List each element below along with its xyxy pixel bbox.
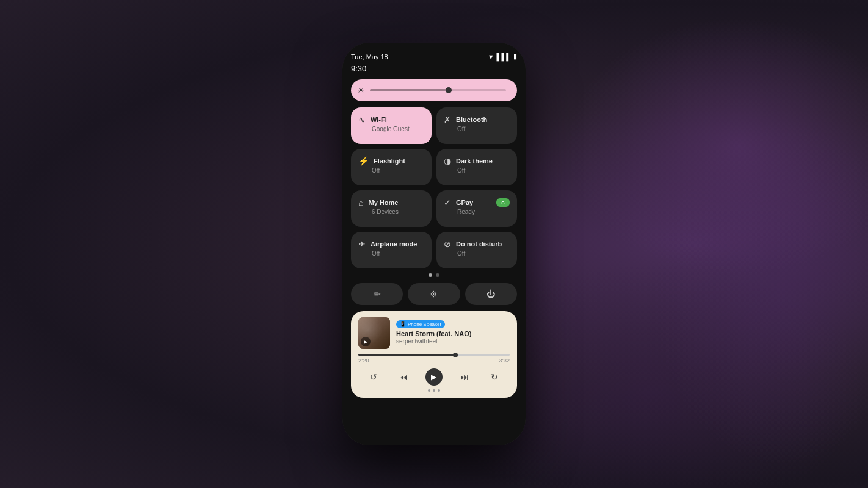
phone-frame: Tue, May 18 ▼ ▌▌▌ ▮ 9:30 ☀ ∿ Wi — [342, 43, 526, 445]
music-info: 📱 Phone Speaker Heart Storm (feat. NAO) … — [396, 317, 510, 345]
music-top: ▶ 📱 Phone Speaker Heart Storm (feat. NAO… — [358, 317, 510, 349]
brightness-thumb — [446, 87, 452, 93]
music-title: Heart Storm (feat. NAO) — [396, 330, 510, 338]
edit-icon: ✏ — [374, 289, 381, 299]
tile-dnd-subtitle: Off — [444, 250, 510, 257]
bluetooth-tile-icon: ✗ — [444, 115, 451, 124]
tile-flashlight-header: ⚡ Flashlight — [358, 156, 424, 166]
time-total: 3:32 — [499, 357, 510, 364]
music-controls: ↺ ⏮ ▶ ⏭ ↻ — [358, 368, 510, 386]
music-dot-1 — [428, 389, 430, 392]
brightness-slider[interactable]: ☀ — [351, 79, 517, 101]
progress-thumb — [453, 353, 458, 357]
brightness-track — [370, 89, 506, 92]
tile-bluetooth-subtitle: Off — [444, 126, 510, 132]
tile-dnd[interactable]: ⊘ Do not disturb Off — [436, 232, 517, 268]
tile-wifi-header: ∿ Wi-Fi — [358, 115, 424, 124]
gpay-left: ✓ GPay — [444, 198, 473, 207]
battery-icon: ▮ — [513, 52, 517, 60]
tile-dark-theme-header: ◑ Dark theme — [444, 156, 510, 166]
tile-bluetooth[interactable]: ✗ Bluetooth Off — [436, 107, 517, 144]
album-art: ▶ — [358, 317, 390, 349]
tile-gpay-title: GPay — [456, 199, 473, 206]
status-icons: ▼ ▌▌▌ ▮ — [488, 52, 517, 60]
tile-gpay-subtitle: Ready — [444, 209, 510, 215]
power-icon: ⏻ — [486, 289, 495, 299]
time-row: 2:20 3:32 — [358, 357, 510, 364]
tile-gpay[interactable]: ✓ GPay G Ready — [436, 190, 517, 227]
settings-icon: ⚙ — [430, 289, 438, 299]
music-dots — [358, 389, 510, 392]
power-button[interactable]: ⏻ — [465, 283, 517, 305]
tile-gpay-header: ✓ GPay G — [444, 198, 510, 207]
dark-theme-tile-icon: ◑ — [444, 156, 451, 166]
tile-my-home-subtitle: 6 Devices — [358, 209, 424, 215]
gpay-ready-badge: G — [496, 198, 510, 207]
tile-dnd-header: ⊘ Do not disturb — [444, 239, 510, 249]
tile-dark-theme-title: Dark theme — [456, 157, 493, 165]
tile-flashlight-subtitle: Off — [358, 167, 424, 174]
status-bar: Tue, May 18 ▼ ▌▌▌ ▮ — [351, 52, 517, 60]
previous-button[interactable]: ⏮ — [395, 368, 412, 386]
status-time: 9:30 — [351, 64, 366, 73]
tile-my-home-title: My Home — [368, 199, 398, 206]
brightness-fill — [370, 89, 452, 92]
tile-bluetooth-title: Bluetooth — [456, 116, 487, 123]
tile-airplane-header: ✈ Airplane mode — [358, 239, 424, 249]
play-overlay-icon: ▶ — [361, 337, 371, 346]
tile-my-home-header: ⌂ My Home — [358, 198, 424, 207]
tile-airplane-title: Airplane mode — [371, 240, 417, 248]
home-tile-icon: ⌂ — [358, 198, 363, 207]
airplane-tile-icon: ✈ — [358, 239, 366, 249]
music-player: ▶ 📱 Phone Speaker Heart Storm (feat. NAO… — [351, 311, 517, 398]
time-row: 9:30 — [351, 64, 517, 73]
tile-dark-theme-subtitle: Off — [444, 167, 510, 174]
tile-airplane-subtitle: Off — [358, 250, 424, 257]
tile-flashlight[interactable]: ⚡ Flashlight Off — [351, 149, 432, 185]
tile-wifi[interactable]: ∿ Wi-Fi Google Guest — [351, 107, 432, 144]
edit-button[interactable]: ✏ — [351, 283, 403, 305]
signal-icon: ▌▌▌ — [497, 53, 511, 60]
tile-bluetooth-header: ✗ Bluetooth — [444, 115, 510, 124]
progress-fill — [358, 354, 457, 356]
gpay-tile-icon: ✓ — [444, 198, 451, 207]
phone-screen: Tue, May 18 ▼ ▌▌▌ ▮ 9:30 ☀ ∿ Wi — [342, 43, 526, 445]
settings-button[interactable]: ⚙ — [408, 283, 460, 305]
next-button[interactable]: ⏭ — [456, 368, 473, 386]
speaker-icon: 📱 — [400, 321, 406, 327]
wifi-status-icon: ▼ — [488, 53, 494, 60]
forward-button[interactable]: ↻ — [486, 368, 503, 386]
time-current: 2:20 — [358, 357, 369, 364]
music-dot-3 — [438, 389, 440, 392]
brightness-icon: ☀ — [357, 85, 365, 95]
status-date: Tue, May 18 — [351, 53, 388, 60]
page-dot-1[interactable] — [429, 273, 432, 277]
progress-bar[interactable] — [358, 354, 510, 356]
music-artist: serpentwithfeet — [396, 338, 510, 345]
dnd-tile-icon: ⊘ — [444, 239, 451, 249]
speaker-label: Phone Speaker — [408, 321, 441, 327]
flashlight-tile-icon: ⚡ — [358, 156, 369, 166]
tile-wifi-title: Wi-Fi — [371, 116, 387, 123]
tile-flashlight-title: Flashlight — [374, 157, 405, 165]
play-pause-button[interactable]: ▶ — [425, 368, 443, 386]
tile-my-home[interactable]: ⌂ My Home 6 Devices — [351, 190, 432, 227]
replay-button[interactable]: ↺ — [365, 368, 382, 386]
tile-wifi-subtitle: Google Guest — [358, 126, 424, 132]
page-dot-2[interactable] — [436, 273, 439, 277]
tile-airplane[interactable]: ✈ Airplane mode Off — [351, 232, 432, 268]
page-dots — [351, 273, 517, 277]
action-buttons: ✏ ⚙ ⏻ — [351, 283, 517, 305]
music-dot-2 — [433, 389, 435, 392]
phone-speaker-badge: 📱 Phone Speaker — [396, 320, 445, 328]
tile-dark-theme[interactable]: ◑ Dark theme Off — [436, 149, 517, 185]
quick-tiles-grid: ∿ Wi-Fi Google Guest ✗ Bluetooth Off ⚡ F… — [351, 107, 517, 268]
tile-dnd-title: Do not disturb — [456, 240, 502, 248]
wifi-tile-icon: ∿ — [358, 115, 366, 124]
